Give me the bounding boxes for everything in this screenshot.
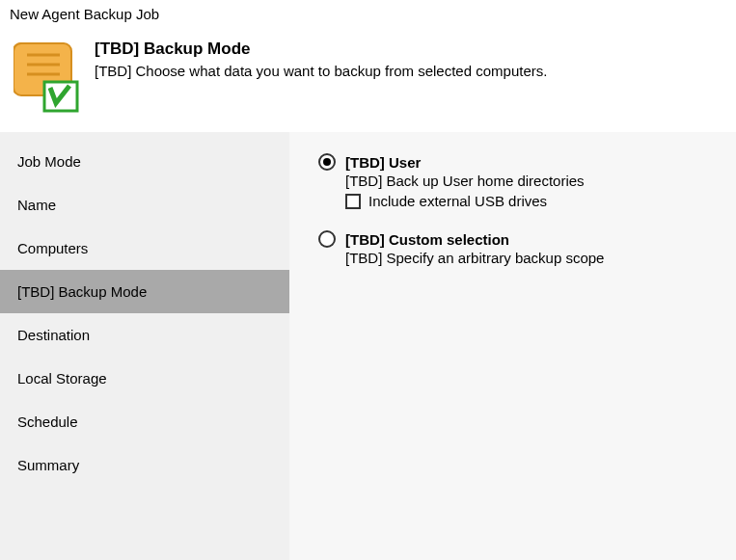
sidebar-item-destination[interactable]: Destination bbox=[0, 313, 289, 357]
checkbox-include-usb[interactable]: Include external USB drives bbox=[345, 193, 715, 209]
sidebar-item-label: Computers bbox=[17, 240, 88, 256]
sidebar-item-label: Name bbox=[17, 197, 56, 213]
wizard-content: [TBD] User [TBD] Back up User home direc… bbox=[289, 132, 736, 560]
sidebar-item-local-storage[interactable]: Local Storage bbox=[0, 357, 289, 400]
wizard-window: New Agent Backup Job [TBD] Backup Mode [… bbox=[0, 0, 736, 560]
sidebar-item-label: Destination bbox=[17, 327, 90, 343]
checkbox-include-usb-label: Include external USB drives bbox=[368, 193, 547, 209]
option-user: [TBD] User [TBD] Back up User home direc… bbox=[318, 153, 715, 209]
wizard-steps-sidebar: Job Mode Name Computers [TBD] Backup Mod… bbox=[0, 132, 289, 560]
option-user-head[interactable]: [TBD] User bbox=[318, 153, 715, 171]
option-custom-title: [TBD] Custom selection bbox=[345, 231, 509, 248]
radio-custom-icon bbox=[318, 230, 336, 248]
radio-user-icon bbox=[318, 153, 336, 171]
sidebar-item-label: Schedule bbox=[17, 413, 78, 430]
option-user-description: [TBD] Back up User home directories bbox=[345, 173, 715, 189]
wizard-body: Job Mode Name Computers [TBD] Backup Mod… bbox=[0, 132, 736, 560]
sidebar-item-label: Local Storage bbox=[17, 370, 107, 387]
wizard-header-text: [TBD] Backup Mode [TBD] Choose what data… bbox=[95, 38, 722, 79]
sidebar-item-label: Job Mode bbox=[17, 153, 81, 170]
option-custom-head[interactable]: [TBD] Custom selection bbox=[318, 230, 715, 248]
wizard-step-description: [TBD] Choose what data you want to backu… bbox=[95, 63, 722, 79]
window-title: New Agent Backup Job bbox=[0, 0, 736, 26]
option-custom-description: [TBD] Specify an arbitrary backup scope bbox=[345, 250, 715, 266]
sidebar-item-job-mode[interactable]: Job Mode bbox=[0, 140, 289, 183]
sidebar-item-schedule[interactable]: Schedule bbox=[0, 400, 289, 443]
option-custom: [TBD] Custom selection [TBD] Specify an … bbox=[318, 230, 715, 266]
checkbox-icon bbox=[345, 194, 361, 209]
wizard-step-title: [TBD] Backup Mode bbox=[95, 40, 722, 59]
sidebar-item-name[interactable]: Name bbox=[0, 183, 289, 227]
sidebar-item-label: [TBD] Backup Mode bbox=[17, 283, 147, 300]
wizard-header: [TBD] Backup Mode [TBD] Choose what data… bbox=[0, 26, 736, 132]
sidebar-item-summary[interactable]: Summary bbox=[0, 443, 289, 487]
sidebar-item-label: Summary bbox=[17, 457, 79, 473]
backup-mode-scroll-icon bbox=[14, 38, 81, 115]
sidebar-item-computers[interactable]: Computers bbox=[0, 227, 289, 270]
option-user-title: [TBD] User bbox=[345, 154, 421, 171]
sidebar-item-backup-mode[interactable]: [TBD] Backup Mode bbox=[0, 270, 289, 313]
